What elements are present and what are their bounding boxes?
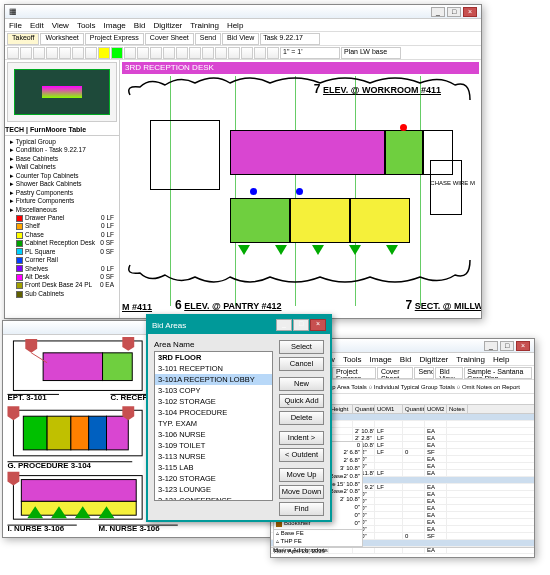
swatch-item[interactable]: Chase0 LF [8, 231, 116, 239]
cancel-button[interactable]: Cancel [279, 357, 324, 371]
tool-button[interactable] [98, 47, 110, 59]
close-button[interactable]: × [463, 7, 477, 17]
menu-item[interactable]: Bid [400, 355, 412, 364]
swatch-item[interactable]: Sub Cabinets [8, 290, 116, 298]
list-item[interactable]: 3-113 NURSE [155, 451, 272, 462]
swatch-item[interactable]: Shelf0 LF [8, 222, 116, 230]
project-dropdown[interactable]: Sample - Santana Care Plan [464, 367, 532, 379]
tree-item[interactable]: ▸ Typical Group [8, 138, 116, 146]
tab-send[interactable]: Send [195, 33, 221, 45]
task-dropdown[interactable]: Task 9.22.17 [260, 33, 320, 45]
tool-button[interactable] [228, 47, 240, 59]
list-item[interactable]: 3-104 PROCEDURE [155, 407, 272, 418]
new-button[interactable]: New [279, 377, 324, 391]
menu-item[interactable]: Tools [343, 355, 362, 364]
tab[interactable]: Cover Sheet [377, 367, 414, 379]
list-item[interactable]: 3-121 CONFERENCE [155, 495, 272, 501]
swatch-item[interactable]: Front Desk Base 24 PL0 EA [8, 281, 116, 289]
titlebar[interactable]: ▦ _ □ × [5, 5, 481, 19]
tool-button[interactable] [137, 47, 149, 59]
maximize-button[interactable]: □ [500, 341, 514, 351]
list-item[interactable]: 3-101 RECEPTION [155, 363, 272, 374]
tab[interactable]: Project Express [332, 367, 376, 379]
minimize-button[interactable]: _ [431, 7, 445, 17]
tab-project-express[interactable]: Project Express [85, 33, 144, 45]
quick-add-button[interactable]: Quick Add [279, 394, 324, 408]
tool-button[interactable] [215, 47, 227, 59]
tab-takeoff[interactable]: Takeoff [7, 33, 39, 45]
menu-item[interactable]: Help [227, 21, 243, 30]
menu-item[interactable]: Training [190, 21, 219, 30]
tree-item[interactable]: ▸ Condition - Task 9.22.17 [8, 146, 116, 154]
list-item[interactable]: 3-109 TOILET [155, 440, 272, 451]
maximize-button[interactable]: □ [447, 7, 461, 17]
tab-cover-sheet[interactable]: Cover Sheet [145, 33, 194, 45]
dialog-titlebar[interactable]: Bid Areas _ □ × [148, 316, 330, 334]
menu-item[interactable]: File [9, 21, 22, 30]
minimize-button[interactable]: _ [276, 319, 292, 331]
swatch-item[interactable]: Cabinet Reception Desk0 SF [8, 239, 116, 247]
menu-item[interactable]: View [52, 21, 69, 30]
list-item[interactable]: 3RD FLOOR [155, 352, 272, 363]
list-item[interactable]: 3-101A RECEPTION LOBBY [155, 374, 272, 385]
tree-item[interactable]: ▸ Base Cabinets [8, 155, 116, 163]
list-item[interactable]: 3-120 STORAGE [155, 473, 272, 484]
legend-item[interactable]: ▵ THP FE [274, 538, 362, 546]
move-down-button[interactable]: Move Down [279, 485, 324, 499]
tool-button[interactable] [202, 47, 214, 59]
close-button[interactable]: × [310, 319, 326, 331]
drawing-canvas[interactable]: 3RD RECEPTION DESK 7 ELEV. @ WORKROOM #4… [120, 60, 481, 318]
minimize-button[interactable]: _ [484, 341, 498, 351]
tool-button[interactable] [241, 47, 253, 59]
tool-button[interactable] [163, 47, 175, 59]
list-item[interactable]: 3-102 STORAGE [155, 396, 272, 407]
menu-item[interactable]: Help [493, 355, 509, 364]
tree-item[interactable]: ▸ Counter Top Cabinets [8, 172, 116, 180]
swatch-item[interactable]: PL Square0 SF [8, 248, 116, 256]
tab-worksheet[interactable]: Worksheet [40, 33, 83, 45]
tool-button[interactable] [111, 47, 123, 59]
delete-button[interactable]: Delete [279, 411, 324, 425]
col-header[interactable]: Quantity 1 [353, 405, 375, 413]
list-item[interactable]: TYP. EXAM [155, 418, 272, 429]
tool-button[interactable] [59, 47, 71, 59]
tool-button[interactable] [85, 47, 97, 59]
close-button[interactable]: × [516, 341, 530, 351]
condition-tree[interactable]: ▸ Typical Group▸ Condition - Task 9.22.1… [5, 136, 119, 300]
list-item[interactable]: 3-103 COPY [155, 385, 272, 396]
tool-button[interactable] [33, 47, 45, 59]
menu-item[interactable]: Digitizer [153, 21, 182, 30]
tree-item[interactable]: ▸ Pastry Components [8, 189, 116, 197]
swatch-item[interactable]: Drawer Panel0 LF [8, 214, 116, 222]
tool-button[interactable] [189, 47, 201, 59]
tree-item[interactable]: ▸ Shower Back Cabinets [8, 180, 116, 188]
area-listbox[interactable]: 3RD FLOOR 3-101 RECEPTION 3-101A RECEPTI… [154, 351, 273, 501]
select-button[interactable]: Select [279, 340, 324, 354]
col-header[interactable]: Notes [447, 405, 468, 413]
col-header[interactable]: Height [329, 405, 353, 413]
tool-button[interactable] [46, 47, 58, 59]
menu-item[interactable]: Training [456, 355, 485, 364]
indent--button[interactable]: Indent > [279, 431, 324, 445]
preview-thumbnail[interactable] [7, 62, 117, 122]
col-header[interactable]: UOM2 [425, 405, 447, 413]
tree-item[interactable]: ▸ Wall Cabinets [8, 163, 116, 171]
view-dropdown[interactable]: Plan LW base [341, 47, 401, 59]
menu-item[interactable]: Edit [30, 21, 44, 30]
move-up-button[interactable]: Move Up [279, 468, 324, 482]
col-header[interactable]: Quantity 2 [403, 405, 425, 413]
menu-item[interactable]: Image [370, 355, 392, 364]
tree-item[interactable]: ▸ Miscellaneous [8, 206, 116, 214]
tool-button[interactable] [20, 47, 32, 59]
maximize-button[interactable]: □ [293, 319, 309, 331]
list-item[interactable]: 3-123 LOUNGE [155, 484, 272, 495]
tool-button[interactable] [7, 47, 19, 59]
tool-button[interactable] [124, 47, 136, 59]
menu-item[interactable]: Bid [134, 21, 146, 30]
tab-bid-view[interactable]: Bid View [222, 33, 259, 45]
find-button[interactable]: Find [279, 502, 324, 516]
tool-button[interactable] [72, 47, 84, 59]
tool-button[interactable] [176, 47, 188, 59]
tool-button[interactable] [254, 47, 266, 59]
tree-item[interactable]: ▸ Fixture Components [8, 197, 116, 205]
